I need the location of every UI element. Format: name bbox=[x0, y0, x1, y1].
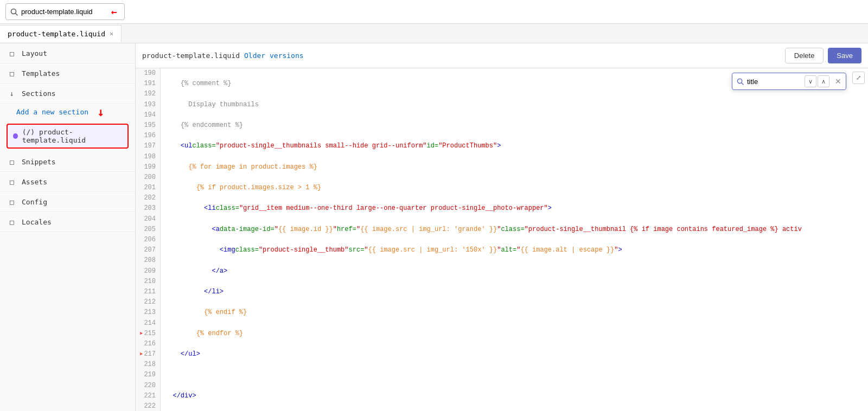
line-219: 219 bbox=[140, 370, 156, 380]
line-216: 216 bbox=[140, 339, 156, 349]
code-search-input[interactable] bbox=[747, 78, 801, 86]
line-198: 198 bbox=[140, 152, 156, 162]
line-195: 195 bbox=[140, 120, 156, 131]
line-202: {% endfor %} bbox=[165, 329, 864, 339]
sidebar-item-snippets[interactable]: □ Snippets bbox=[0, 152, 135, 172]
app-container: ← product-template.liquid ✕ □ Layout □ T… bbox=[0, 0, 868, 411]
line-213: 213 bbox=[140, 307, 156, 318]
delete-button[interactable]: Delete bbox=[785, 48, 824, 63]
line-204 bbox=[165, 370, 864, 380]
svg-line-3 bbox=[742, 82, 743, 84]
line-221: 221 bbox=[140, 391, 156, 401]
editor-expand-btn[interactable]: ⤢ bbox=[852, 72, 865, 84]
line-198: <img class="product-single__thumb" src="… bbox=[165, 245, 864, 255]
sidebar-item-label: Layout bbox=[22, 49, 47, 57]
line-192: {% endcomment %} bbox=[165, 120, 864, 131]
line-199: </a> bbox=[165, 266, 864, 277]
code-editor[interactable]: ∨ ∧ ✕ ⤢ 190 191 192 193 194 195 bbox=[136, 68, 868, 411]
editor-search-bar: ∨ ∧ ✕ bbox=[732, 73, 846, 90]
line-205: </div> bbox=[165, 391, 864, 401]
search-next-btn[interactable]: ∧ bbox=[818, 75, 829, 87]
sidebar-active-label: (/) product-template.liquid bbox=[22, 128, 122, 144]
line-202: 202 bbox=[140, 193, 156, 203]
line-194: 194 bbox=[140, 110, 156, 120]
sidebar-item-label: Snippets bbox=[22, 158, 56, 166]
line-222: 222 bbox=[140, 401, 156, 411]
line-214: 214 bbox=[140, 318, 156, 329]
editor-header: product-template.liquid Older versions D… bbox=[136, 43, 868, 68]
line-210: 210 bbox=[140, 277, 156, 287]
line-201: {% endif %} bbox=[165, 307, 864, 318]
line-199: 199 bbox=[140, 162, 156, 172]
locales-icon: □ bbox=[8, 217, 16, 226]
line-195: {% if product.images.size > 1 %} bbox=[165, 183, 864, 193]
config-icon: □ bbox=[8, 197, 16, 206]
older-versions-link[interactable]: Older versions bbox=[244, 52, 304, 60]
svg-line-1 bbox=[16, 13, 18, 15]
line-203: 203 bbox=[140, 203, 156, 214]
sidebar-item-layout[interactable]: □ Layout bbox=[0, 43, 135, 63]
line-193: <ul class="product-single__thumbnails sm… bbox=[165, 141, 864, 151]
line-217: 217 bbox=[140, 349, 156, 359]
line-205: 205 bbox=[140, 224, 156, 235]
line-191: 191 bbox=[140, 79, 156, 89]
search-box[interactable]: ← bbox=[5, 3, 125, 20]
editor-filename: product-template.liquid bbox=[142, 52, 240, 60]
search-icon bbox=[10, 8, 18, 16]
sidebar-item-sections[interactable]: ↓ Sections bbox=[0, 84, 135, 104]
line-191: Display thumbnails bbox=[165, 100, 864, 110]
sidebar-item-locales[interactable]: □ Locales bbox=[0, 212, 135, 232]
sidebar: □ Layout □ Templates ↓ Sections Add a ne… bbox=[0, 43, 136, 411]
main-layout: □ Layout □ Templates ↓ Sections Add a ne… bbox=[0, 43, 868, 411]
line-numbers: 190 191 192 193 194 195 196 197 198 199 … bbox=[136, 68, 161, 411]
sidebar-item-label: Config bbox=[22, 198, 47, 206]
sidebar-item-product-template[interactable]: (/) product-template.liquid bbox=[7, 124, 129, 149]
tab-label: product-template.liquid bbox=[8, 30, 105, 38]
editor-header-right: Delete Save bbox=[785, 48, 861, 63]
line-192: 192 bbox=[140, 89, 156, 99]
line-212: 212 bbox=[140, 297, 156, 307]
sidebar-item-templates[interactable]: □ Templates bbox=[0, 63, 135, 84]
search-input[interactable] bbox=[21, 8, 108, 16]
line-190: 190 bbox=[140, 68, 156, 79]
code-content: {% comment %} Display thumbnails {% endc… bbox=[161, 68, 868, 411]
down-arrow-annotation: ↓ bbox=[97, 105, 104, 119]
sidebar-item-label: Locales bbox=[22, 218, 52, 226]
top-bar: ← bbox=[0, 0, 868, 24]
editor-area: product-template.liquid Older versions D… bbox=[136, 43, 868, 411]
sidebar-item-config[interactable]: □ Config bbox=[0, 192, 135, 212]
line-204: 204 bbox=[140, 214, 156, 224]
sections-icon: ↓ bbox=[8, 89, 16, 98]
line-208: 208 bbox=[140, 255, 156, 266]
line-196: <li class="grid__item medium--one-third … bbox=[165, 203, 864, 214]
assets-icon: □ bbox=[8, 177, 16, 186]
line-200: </li> bbox=[165, 287, 864, 297]
sidebar-item-label: Sections bbox=[22, 89, 56, 98]
templates-icon: □ bbox=[8, 69, 16, 78]
sidebar-item-add-section[interactable]: Add a new section bbox=[0, 104, 96, 120]
search-close-btn[interactable]: ✕ bbox=[835, 77, 841, 86]
sidebar-item-assets[interactable]: □ Assets bbox=[0, 172, 135, 192]
line-197: <a data-image-id="{{ image.id }}" href="… bbox=[165, 224, 864, 235]
editor-header-left: product-template.liquid Older versions bbox=[142, 52, 304, 60]
line-218: 218 bbox=[140, 359, 156, 370]
line-203: </ul> bbox=[165, 349, 864, 359]
line-193: 193 bbox=[140, 100, 156, 110]
line-196: 196 bbox=[140, 131, 156, 141]
code-lines-container: 190 191 192 193 194 195 196 197 198 199 … bbox=[136, 68, 868, 411]
line-211: 211 bbox=[140, 287, 156, 297]
snippets-icon: □ bbox=[8, 157, 16, 166]
search-nav: ∨ ∧ bbox=[805, 75, 829, 87]
line-194: {% for image in product.images %} bbox=[165, 162, 864, 172]
tab-close-icon[interactable]: ✕ bbox=[110, 30, 113, 37]
line-201: 201 bbox=[140, 183, 156, 193]
line-215: 215 bbox=[140, 329, 156, 339]
save-button[interactable]: Save bbox=[828, 48, 861, 63]
line-197: 197 bbox=[140, 141, 156, 151]
tab-bar: product-template.liquid ✕ bbox=[0, 24, 868, 43]
sidebar-item-label: Assets bbox=[22, 178, 47, 186]
sidebar-item-label: Templates bbox=[22, 69, 60, 78]
tab-product-template[interactable]: product-template.liquid ✕ bbox=[0, 25, 122, 42]
search-prev-btn[interactable]: ∨ bbox=[805, 75, 816, 87]
line-209: 209 bbox=[140, 266, 156, 277]
